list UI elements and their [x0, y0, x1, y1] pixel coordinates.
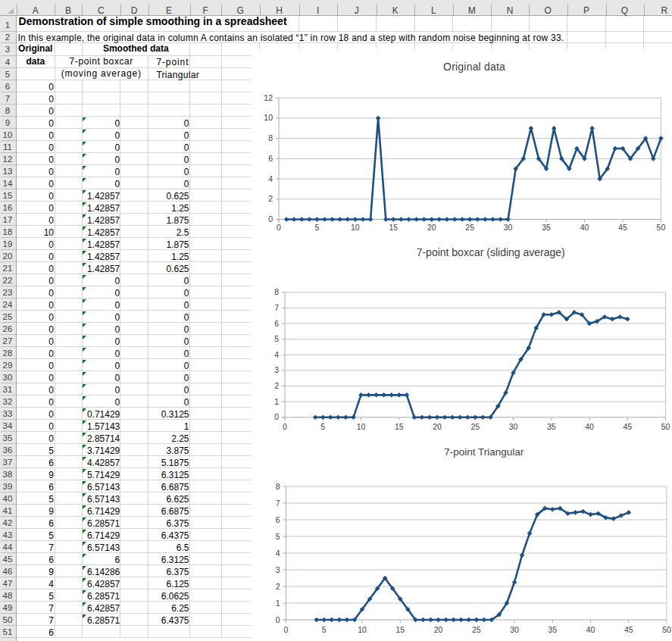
svg-text:5: 5	[276, 532, 280, 541]
svg-text:8: 8	[274, 287, 279, 296]
svg-text:35: 35	[547, 422, 556, 431]
svg-text:15: 15	[395, 422, 404, 431]
svg-text:8: 8	[276, 482, 280, 491]
svg-text:25: 25	[472, 625, 481, 634]
svg-text:25: 25	[470, 422, 480, 431]
svg-text:7-point boxcar (sliding averag: 7-point boxcar (sliding average)	[417, 245, 565, 258]
svg-text:20: 20	[427, 223, 436, 232]
svg-text:20: 20	[433, 422, 442, 431]
svg-text:5: 5	[320, 422, 325, 431]
svg-text:4: 4	[274, 349, 279, 358]
svg-text:12: 12	[264, 92, 273, 102]
svg-text:0: 0	[274, 412, 279, 421]
svg-text:40: 40	[585, 422, 594, 431]
svg-text:0: 0	[283, 422, 287, 431]
svg-text:50: 50	[661, 422, 670, 431]
svg-text:50: 50	[662, 625, 671, 634]
svg-text:3: 3	[276, 565, 280, 574]
svg-text:0: 0	[277, 223, 281, 232]
svg-text:10: 10	[264, 113, 273, 122]
svg-text:30: 30	[504, 223, 513, 232]
svg-text:35: 35	[542, 223, 551, 232]
svg-text:2: 2	[268, 194, 273, 203]
svg-text:0: 0	[284, 625, 289, 634]
svg-text:45: 45	[624, 625, 633, 634]
svg-text:10: 10	[357, 422, 366, 431]
svg-text:0: 0	[268, 214, 273, 224]
svg-text:6: 6	[274, 318, 279, 327]
svg-text:2: 2	[274, 381, 279, 390]
svg-text:2: 2	[276, 582, 280, 591]
svg-text:1: 1	[276, 599, 280, 608]
svg-text:20: 20	[434, 625, 443, 634]
svg-text:40: 40	[580, 223, 589, 232]
svg-text:1: 1	[274, 396, 279, 405]
svg-text:Original data: Original data	[443, 60, 505, 72]
svg-text:6: 6	[268, 153, 273, 162]
svg-text:40: 40	[586, 625, 595, 634]
svg-text:45: 45	[618, 223, 627, 232]
svg-text:5: 5	[274, 334, 279, 343]
svg-text:4: 4	[276, 549, 280, 558]
svg-text:7-point Triangular: 7-point Triangular	[444, 446, 524, 458]
svg-text:35: 35	[548, 625, 557, 634]
svg-text:0: 0	[276, 615, 280, 624]
svg-text:3: 3	[274, 365, 279, 374]
svg-text:6: 6	[276, 515, 280, 524]
svg-text:4: 4	[268, 174, 273, 183]
svg-text:7: 7	[276, 499, 280, 508]
svg-text:10: 10	[351, 223, 360, 232]
svg-text:15: 15	[389, 223, 398, 232]
svg-text:5: 5	[315, 223, 320, 232]
svg-text:30: 30	[510, 625, 519, 634]
svg-text:10: 10	[358, 625, 367, 634]
svg-text:5: 5	[322, 625, 327, 634]
svg-text:45: 45	[623, 422, 632, 431]
svg-text:50: 50	[657, 223, 666, 232]
svg-text:7: 7	[274, 302, 279, 311]
svg-text:25: 25	[465, 223, 474, 232]
svg-text:8: 8	[268, 133, 273, 142]
svg-text:30: 30	[509, 422, 518, 431]
svg-text:15: 15	[395, 625, 405, 634]
